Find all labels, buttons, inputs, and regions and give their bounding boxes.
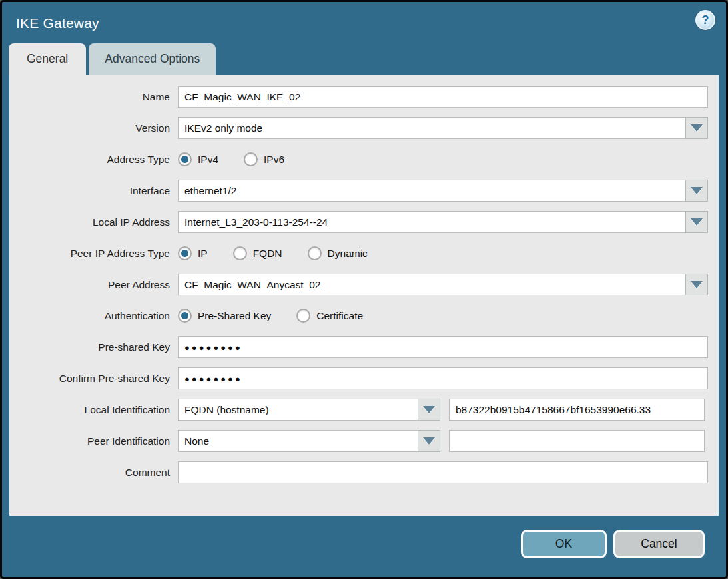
ike-gateway-dialog: IKE Gateway ? General Advanced Options N…: [0, 0, 728, 579]
radio-fqdn-circle[interactable]: [233, 246, 247, 260]
version-select[interactable]: IKEv2 only mode: [178, 117, 686, 139]
chevron-down-icon: [691, 218, 703, 226]
name-label: Name: [9, 91, 178, 103]
radio-ip-label: IP: [198, 248, 208, 260]
radio-dynamic-label: Dynamic: [328, 248, 368, 260]
address-type-radiogroup: IPv4 IPv6: [178, 152, 284, 166]
tab-general-label: General: [27, 52, 68, 66]
comment-input[interactable]: [178, 461, 708, 483]
chevron-down-icon: [691, 124, 703, 132]
footer: OK Cancel: [2, 516, 726, 579]
comment-row: Comment: [9, 461, 708, 483]
authentication-label: Authentication: [9, 310, 178, 322]
local-identification-type-select[interactable]: FQDN (hostname): [178, 399, 418, 421]
radio-ip[interactable]: IP: [178, 246, 208, 260]
peer-identification-dropdown-button[interactable]: [418, 430, 440, 452]
local-identification-value-input[interactable]: b87322b0915b47158667bf1653990e66.33: [449, 399, 705, 421]
interface-select[interactable]: ethernet1/2: [178, 180, 686, 202]
chevron-down-icon: [423, 437, 435, 445]
name-row: Name CF_Magic_WAN_IKE_02: [9, 86, 708, 108]
tab-advanced-options[interactable]: Advanced Options: [89, 43, 216, 75]
radio-ipv6[interactable]: IPv6: [244, 152, 284, 166]
peer-ip-address-type-row: Peer IP Address Type IP FQDN Dynamic: [9, 242, 708, 264]
local-ip-address-dropdown-button[interactable]: [685, 211, 708, 233]
chevron-down-icon: [691, 281, 703, 288]
local-identification-label: Local Identification: [9, 404, 178, 416]
peer-address-row: Peer Address CF_Magic_WAN_Anycast_02: [9, 274, 708, 295]
confirm-preshared-key-label: Confirm Pre-shared Key: [9, 373, 178, 385]
local-ip-address-label: Local IP Address: [9, 216, 178, 228]
version-dropdown-button[interactable]: [685, 117, 708, 139]
local-ip-address-select[interactable]: Internet_L3_203-0-113-254--24: [178, 211, 686, 233]
peer-address-select[interactable]: CF_Magic_WAN_Anycast_02: [178, 274, 686, 295]
interface-dropdown-button[interactable]: [685, 180, 708, 202]
radio-ip-circle[interactable]: [178, 246, 192, 260]
confirm-preshared-key-row: Confirm Pre-shared Key ●●●●●●●●: [9, 367, 708, 389]
local-identification-row: Local Identification FQDN (hostname) b87…: [9, 399, 708, 421]
radio-certificate-circle[interactable]: [296, 309, 310, 323]
radio-pre-shared-key[interactable]: Pre-Shared Key: [178, 309, 271, 323]
ok-button[interactable]: OK: [521, 530, 607, 558]
radio-pre-shared-key-label: Pre-Shared Key: [198, 310, 271, 322]
interface-label: Interface: [9, 185, 178, 197]
peer-ip-type-radiogroup: IP FQDN Dynamic: [178, 246, 368, 260]
radio-certificate-label: Certificate: [316, 310, 363, 322]
chevron-down-icon: [423, 406, 435, 413]
radio-ipv6-circle[interactable]: [244, 152, 258, 166]
chevron-down-icon: [691, 187, 703, 194]
radio-certificate[interactable]: Certificate: [296, 309, 363, 323]
tab-advanced-options-label: Advanced Options: [105, 52, 200, 66]
peer-identification-label: Peer Identification: [9, 435, 178, 447]
authentication-radiogroup: Pre-Shared Key Certificate: [178, 309, 363, 323]
radio-dynamic-circle[interactable]: [308, 246, 322, 260]
dialog-title: IKE Gateway: [16, 15, 99, 31]
local-ip-address-row: Local IP Address Internet_L3_203-0-113-2…: [9, 211, 708, 233]
preshared-key-input[interactable]: ●●●●●●●●: [178, 336, 708, 358]
radio-ipv6-label: IPv6: [264, 154, 284, 166]
radio-dynamic[interactable]: Dynamic: [308, 246, 368, 260]
radio-pre-shared-key-circle[interactable]: [178, 309, 192, 323]
radio-ipv4-label: IPv4: [198, 154, 218, 166]
peer-address-label: Peer Address: [9, 279, 178, 291]
confirm-preshared-key-input[interactable]: ●●●●●●●●: [178, 367, 708, 389]
radio-ipv4-circle[interactable]: [178, 152, 192, 166]
radio-fqdn[interactable]: FQDN: [233, 246, 282, 260]
interface-row: Interface ethernet1/2: [9, 180, 708, 202]
peer-identification-row: Peer Identification None: [9, 430, 708, 452]
version-label: Version: [9, 122, 178, 134]
address-type-row: Address Type IPv4 IPv6: [9, 148, 708, 170]
peer-address-dropdown-button[interactable]: [685, 274, 708, 295]
tab-general[interactable]: General: [9, 43, 86, 75]
version-row: Version IKEv2 only mode: [9, 117, 708, 139]
radio-fqdn-label: FQDN: [253, 248, 282, 260]
cancel-button[interactable]: Cancel: [613, 530, 705, 558]
preshared-key-label: Pre-shared Key: [9, 341, 178, 353]
general-tab-panel: Name CF_Magic_WAN_IKE_02 Version IKEv2 o…: [9, 75, 719, 516]
tab-bar: General Advanced Options: [2, 43, 726, 75]
radio-ipv4[interactable]: IPv4: [178, 152, 218, 166]
peer-ip-address-type-label: Peer IP Address Type: [9, 248, 178, 260]
comment-label: Comment: [9, 467, 178, 479]
address-type-label: Address Type: [9, 154, 178, 166]
peer-identification-type-select[interactable]: None: [178, 430, 418, 452]
titlebar: IKE Gateway ?: [2, 2, 726, 43]
preshared-key-row: Pre-shared Key ●●●●●●●●: [9, 336, 708, 358]
authentication-row: Authentication Pre-Shared Key Certificat…: [9, 305, 708, 327]
local-identification-dropdown-button[interactable]: [418, 399, 440, 421]
help-icon[interactable]: ?: [695, 10, 715, 30]
peer-identification-value-input[interactable]: [449, 430, 705, 452]
name-input[interactable]: CF_Magic_WAN_IKE_02: [178, 86, 708, 108]
